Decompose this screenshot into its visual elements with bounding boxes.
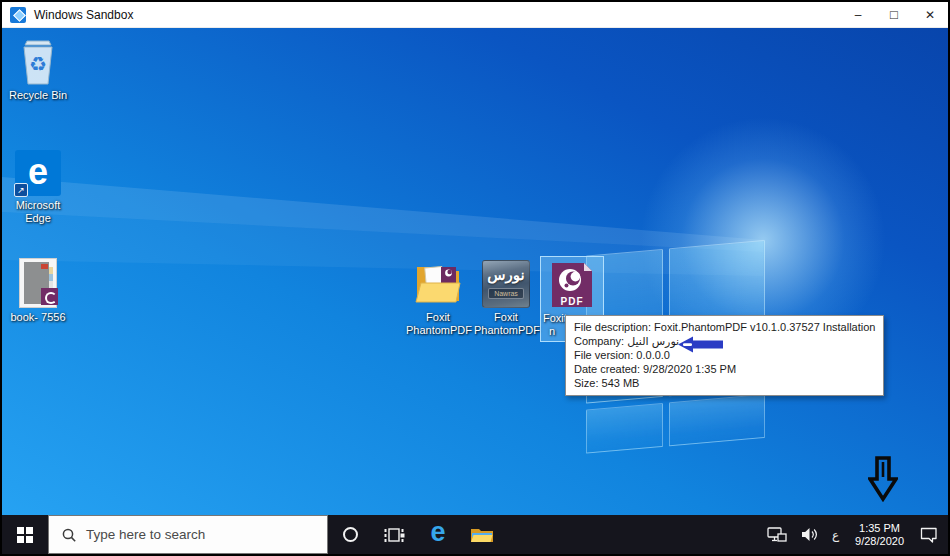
pdf-document-icon xyxy=(19,258,57,308)
recycle-bin-icon: ♻︎ xyxy=(17,36,59,86)
recycle-symbol: ♻︎ xyxy=(29,53,47,75)
black-down-arrow-annotation xyxy=(868,456,898,502)
file-explorer-button[interactable] xyxy=(460,515,504,554)
recycle-bin-label: Recycle Bin xyxy=(6,89,70,102)
desktop: ♻︎ Recycle Bin e ↗ Microsoft Edge book- … xyxy=(2,28,948,515)
clock-date: 9/28/2020 xyxy=(855,535,904,548)
edge-label-line1: Microsoft xyxy=(6,199,70,212)
action-center-button[interactable] xyxy=(913,515,948,554)
book-cover-chip xyxy=(41,264,48,269)
maximize-button[interactable]: □ xyxy=(876,2,912,27)
task-view-button[interactable] xyxy=(372,515,416,554)
wallpaper-pane xyxy=(586,403,663,454)
taskbar-search-box[interactable]: Type here to search xyxy=(48,515,328,554)
edge-label-line2: Edge xyxy=(6,212,70,225)
cortana-icon xyxy=(343,527,358,542)
book-label: book- 7556 xyxy=(6,311,70,324)
window-title: Windows Sandbox xyxy=(34,8,133,22)
file-explorer-icon xyxy=(470,526,494,544)
blue-left-arrow-annotation xyxy=(678,336,724,353)
task-view-icon xyxy=(383,525,405,545)
desktop-icon-foxit-nawras[interactable]: نورس Nawras Foxit PhantomPDF xyxy=(474,260,538,337)
windows-sandbox-window: Windows Sandbox – □ ✕ ♻︎ Rec xyxy=(0,0,950,556)
action-center-icon xyxy=(920,527,938,543)
foxit-folder-label-line2: PhantomPDF xyxy=(406,324,470,337)
tooltip-company: Company: نورس النيل xyxy=(574,334,875,348)
wallpaper-pane xyxy=(669,394,765,446)
window-controls: – □ ✕ xyxy=(840,2,948,27)
foxit-badge-icon xyxy=(41,288,58,305)
taskbar: Type here to search e xyxy=(2,515,948,554)
network-icon xyxy=(767,527,787,542)
desktop-icon-book-7556[interactable]: book- 7556 xyxy=(6,258,70,324)
taskbar-clock[interactable]: 1:35 PM 9/28/2020 xyxy=(846,515,913,554)
foxit-folder-label-line1: Foxit xyxy=(406,311,470,324)
nawras-badge: Nawras xyxy=(488,288,524,299)
pdf-text: PDF xyxy=(561,296,584,307)
clock-time: 1:35 PM xyxy=(855,522,904,535)
nawras-arabic-title: نورس xyxy=(483,266,529,284)
desktop-icon-microsoft-edge[interactable]: e ↗ Microsoft Edge xyxy=(6,150,70,225)
folder-icon xyxy=(414,260,462,308)
edge-icon: e xyxy=(430,519,445,546)
start-button[interactable] xyxy=(2,515,48,554)
language-indicator[interactable]: ع xyxy=(825,515,846,554)
edge-icon: e ↗ xyxy=(15,150,61,196)
tooltip-file-version: File version: 0.0.0.0 xyxy=(574,348,875,362)
network-tray-button[interactable] xyxy=(760,515,794,554)
nawras-label-line2: PhantomPDF xyxy=(474,324,538,337)
windows-logo-icon xyxy=(17,527,33,543)
volume-tray-button[interactable] xyxy=(794,515,825,554)
system-tray: ع 1:35 PM 9/28/2020 xyxy=(760,515,948,554)
file-info-tooltip: File description: Foxit.PhantomPDF v10.1… xyxy=(565,315,884,396)
foxit-pdf-icon: PDF xyxy=(550,261,594,309)
shortcut-arrow-icon: ↗ xyxy=(14,183,28,197)
volume-icon xyxy=(801,527,818,542)
sandbox-app-icon xyxy=(10,7,26,23)
minimize-button[interactable]: – xyxy=(840,2,876,27)
nawras-label-line1: Foxit xyxy=(474,311,538,324)
cortana-button[interactable] xyxy=(328,515,372,554)
search-icon xyxy=(61,527,77,543)
close-button[interactable]: ✕ xyxy=(912,2,948,27)
tooltip-size: Size: 543 MB xyxy=(574,376,875,390)
nawras-icon: نورس Nawras xyxy=(482,260,530,308)
desktop-icon-foxit-folder[interactable]: Foxit PhantomPDF xyxy=(406,260,470,337)
tooltip-file-description: File description: Foxit.PhantomPDF v10.1… xyxy=(574,320,875,334)
desktop-icon-recycle-bin[interactable]: ♻︎ Recycle Bin xyxy=(6,36,70,102)
titlebar: Windows Sandbox – □ ✕ xyxy=(2,2,948,28)
taskbar-edge-button[interactable]: e xyxy=(416,515,460,554)
search-placeholder: Type here to search xyxy=(86,527,205,542)
tooltip-date-created: Date created: 9/28/2020 1:35 PM xyxy=(574,362,875,376)
edge-letter: e xyxy=(28,154,48,190)
